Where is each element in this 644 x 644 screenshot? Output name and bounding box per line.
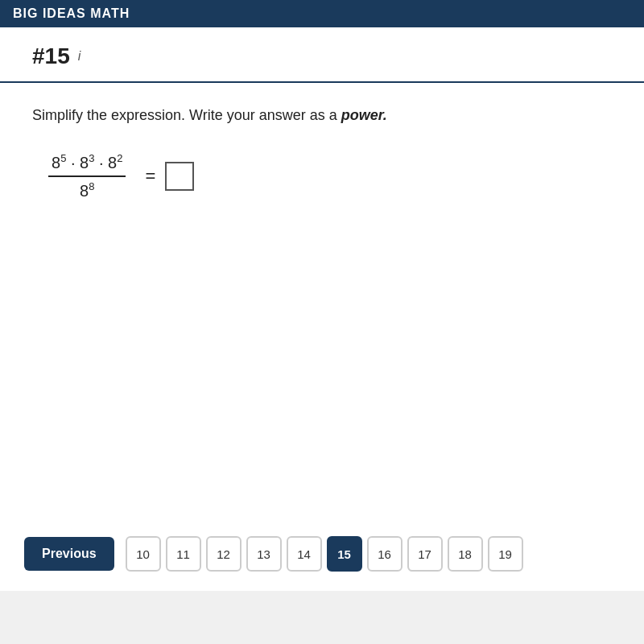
answer-box[interactable] [165,162,194,191]
question-header: #15 i [0,27,644,83]
page-button-14[interactable]: 14 [287,536,322,572]
math-expression: 85 · 83 · 82 88 = [48,152,612,200]
question-body: Simplify the expression. Write your answ… [0,83,644,224]
main-content: #15 i Simplify the expression. Write you… [0,27,644,591]
app-title: BIG IDEAS MATH [13,6,130,20]
navigation-bar: Previous 10 11 12 13 14 15 16 17 18 19 [0,528,644,580]
info-icon: i [78,49,81,64]
page-button-18[interactable]: 18 [448,536,483,572]
question-text: Simplify the expression. Write your answ… [32,107,612,124]
page-button-13[interactable]: 13 [246,536,282,572]
numerator: 85 · 83 · 82 [48,152,126,177]
page-button-19[interactable]: 19 [488,536,523,572]
previous-button[interactable]: Previous [24,537,114,571]
page-button-16[interactable]: 16 [367,536,402,572]
page-button-10[interactable]: 10 [126,536,161,572]
page-button-15[interactable]: 15 [327,536,362,572]
question-number: #15 [32,43,70,69]
denominator: 88 [80,177,94,200]
page-button-12[interactable]: 12 [206,536,242,572]
page-button-11[interactable]: 11 [166,536,201,572]
header-bar: BIG IDEAS MATH [0,0,644,27]
fraction: 85 · 83 · 82 88 [48,152,126,200]
equals-sign: = [145,166,155,187]
page-button-17[interactable]: 17 [407,536,443,572]
